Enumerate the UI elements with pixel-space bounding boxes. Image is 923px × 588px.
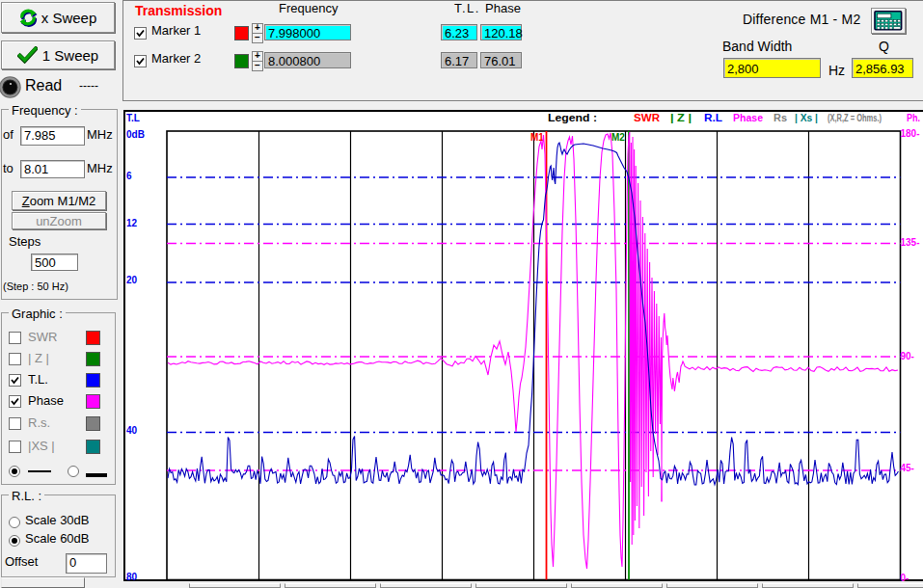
svg-text:Rs: Rs <box>774 113 787 123</box>
svg-text:135-: 135- <box>901 237 920 248</box>
svg-text:R.L: R.L <box>704 113 722 123</box>
svg-text:6: 6 <box>126 171 132 181</box>
svg-text:SWR: SWR <box>634 113 661 123</box>
svg-text:80: 80 <box>126 572 138 581</box>
svg-text:Phase: Phase <box>733 113 763 123</box>
svg-text:| Z |: | Z | <box>670 113 692 123</box>
svg-text:12: 12 <box>126 218 138 228</box>
svg-text:45-: 45- <box>901 463 914 473</box>
svg-text:M2: M2 <box>611 132 625 143</box>
svg-text:180-: 180- <box>901 128 920 139</box>
svg-text:T.L: T.L <box>126 113 140 123</box>
svg-text:| Xs |: | Xs | <box>795 113 818 123</box>
svg-text:90-: 90- <box>901 351 914 361</box>
svg-text:Legend :: Legend : <box>548 113 597 123</box>
svg-text:Ph.: Ph. <box>907 113 920 123</box>
svg-text:M1: M1 <box>530 132 544 143</box>
svg-text:0dB: 0dB <box>126 129 145 140</box>
svg-text:20: 20 <box>126 275 138 285</box>
svg-text:40: 40 <box>126 425 138 436</box>
svg-text:0-: 0- <box>901 573 909 581</box>
svg-text:(X,R,Z = Ohms.): (X,R,Z = Ohms.) <box>828 113 882 123</box>
